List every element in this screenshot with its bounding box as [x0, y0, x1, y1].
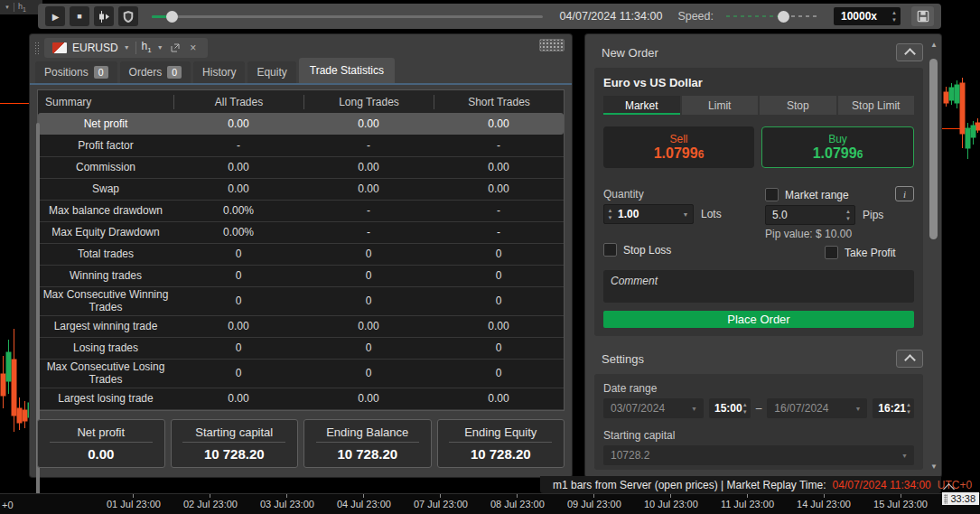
order-type-tab[interactable]: Market — [603, 96, 680, 115]
symbol-tab[interactable]: EURUSD ▼ h1 ▼ × — [44, 38, 208, 58]
table-row[interactable]: Losing trades 0 0 0 — [38, 337, 564, 359]
starting-capital-select[interactable]: 10728.2 ▼ — [603, 445, 914, 465]
panel-tab[interactable]: Positions 0 — [35, 61, 117, 83]
step-forward-bar-button[interactable] — [94, 6, 114, 26]
replay-datetime: 04/07/2024 11:34:00 — [560, 10, 663, 23]
panel-tab[interactable]: History — [193, 61, 245, 83]
info-icon: i — [903, 189, 906, 200]
table-row[interactable]: Winning trades 0 0 0 — [38, 265, 564, 286]
to-time-spinner[interactable]: 16:21 ▲▼ — [873, 398, 914, 418]
row-value-long: 0 — [303, 248, 434, 260]
date-range-row: 03/07/2024 ▼ 15:00 ▲▼ – 16/07/2024 ▼ 16:… — [603, 398, 914, 418]
speed-slider[interactable] — [726, 10, 820, 23]
order-type-tab[interactable]: Limit — [682, 96, 759, 115]
tick-label: 01 Jul 23:00 — [107, 499, 161, 509]
stop-button[interactable]: ■ — [70, 6, 89, 26]
market-range-input[interactable]: 5.0 ▲▼ — [765, 205, 855, 225]
table-row[interactable]: Max Consecutive Winning Trades 0 0 0 — [38, 286, 564, 315]
new-order-card: Euro vs US Dollar Market Limit Stop — [594, 68, 923, 336]
row-label: Total trades — [38, 248, 173, 260]
row-value-long: 0.00 — [303, 320, 434, 332]
order-type-tab[interactable]: Stop — [760, 96, 836, 115]
speed-value-spinner[interactable]: 10000x ▲▼ — [834, 7, 901, 25]
protection-button[interactable] — [118, 6, 138, 26]
bar-countdown-badge: 33:38 — [942, 492, 979, 505]
drag-handle-icon[interactable] — [34, 42, 39, 54]
quantity-stepper[interactable]: ▲▼ 1.00 ▼ — [603, 204, 694, 224]
chevron-down-icon[interactable]: ▼ — [678, 211, 693, 218]
symbol-flag-icon — [52, 42, 67, 53]
table-row[interactable]: Profit factor - - - — [38, 135, 564, 156]
time-axis[interactable]: +0 01 Jul 23:00 02 Jul 23:00 03 Jul 23:0… — [0, 493, 980, 514]
column-header[interactable]: All Trades — [173, 95, 303, 109]
info-button[interactable]: i — [895, 186, 914, 201]
table-row[interactable]: Average trade - - - — [38, 409, 564, 411]
comment-input[interactable] — [603, 270, 914, 303]
spinner-arrows-icon[interactable]: ▲▼ — [906, 402, 911, 416]
table-row[interactable]: Max Consecutive Losing Trades 0 0 0 — [38, 359, 564, 388]
row-value-short: 0 — [434, 294, 564, 307]
scrollbar-thumb[interactable] — [929, 59, 938, 239]
spinner-arrows-icon[interactable]: ▲▼ — [604, 208, 616, 221]
play-button[interactable]: ▶ — [45, 6, 65, 26]
panel-tab[interactable]: Orders 0 — [120, 61, 191, 83]
chevron-down-icon[interactable]: ▼ — [124, 44, 130, 51]
table-row[interactable]: Max balance drawdown 0.00% - - — [38, 200, 564, 221]
from-date-select[interactable]: 03/07/2024 ▼ — [603, 398, 704, 418]
settings-card: Date range 03/07/2024 ▼ 15:00 ▲▼ – 16/07… — [594, 374, 923, 470]
spinner-arrows-icon[interactable]: ▲▼ — [891, 10, 897, 23]
column-header[interactable]: Summary — [38, 96, 173, 108]
table-row[interactable]: Net profit 0.00 0.00 0.00 — [38, 113, 564, 135]
order-panel-window: New Order Euro vs US Dollar Market Limit… — [585, 34, 941, 477]
stop-loss-label: Stop Loss — [623, 244, 671, 257]
row-value-short: 0.00 — [434, 392, 564, 405]
place-order-button[interactable]: Place Order — [603, 311, 914, 328]
panel-tab[interactable]: Trade Statistics — [299, 58, 395, 83]
replay-progress-slider[interactable] — [152, 10, 543, 23]
scroll-up-icon[interactable]: ▲ — [930, 41, 938, 49]
table-row[interactable]: Largest winning trade 0.00 0.00 0.00 — [38, 315, 564, 337]
to-date-select[interactable]: 16/07/2024 ▼ — [767, 398, 867, 418]
table-row[interactable]: Commission 0.00 0.00 0.00 — [38, 156, 564, 178]
order-type-tab[interactable]: Stop Limit — [838, 96, 915, 115]
tick-mark — [901, 494, 901, 498]
sell-button[interactable]: Sell 1.07996 — [603, 126, 754, 168]
spinner-arrows-icon[interactable]: ▲▼ — [742, 402, 748, 416]
chevron-down-icon[interactable]: ▼ — [157, 44, 163, 51]
collapse-button[interactable] — [896, 350, 923, 368]
panel-tab[interactable]: Equity — [247, 61, 295, 83]
tick-mark — [670, 494, 671, 498]
table-row[interactable]: Max Equity Drawdown 0.00% - - — [38, 221, 564, 243]
spinner-arrows-icon[interactable]: ▲▼ — [842, 209, 854, 222]
popout-button[interactable] — [169, 43, 182, 52]
close-button[interactable]: × — [187, 42, 200, 54]
column-header[interactable]: Long Trades — [303, 95, 434, 109]
time-tick: 09 Jul 23:00 — [567, 494, 621, 514]
collapse-button[interactable] — [896, 43, 923, 61]
panel-scrollbar[interactable]: ▲ ▼ — [927, 37, 940, 474]
stop-loss-checkbox[interactable] — [603, 243, 617, 257]
scroll-down-icon[interactable]: ▼ — [930, 463, 938, 471]
tick-label: 09 Jul 23:00 — [567, 499, 621, 509]
panel-tab-bar: Positions 0 Orders 0 History Equity — [30, 58, 572, 83]
take-profit-checkbox[interactable] — [825, 246, 838, 259]
buy-button[interactable]: Buy 1.07996 — [761, 126, 914, 168]
from-time-spinner[interactable]: 15:00 ▲▼ — [709, 398, 751, 418]
speed-track-rest — [784, 15, 820, 17]
timezone-marker: +0 — [2, 500, 14, 510]
row-label: Max balance drawdown — [38, 204, 173, 217]
instrument-name: Euro vs US Dollar — [603, 76, 914, 89]
speed-thumb[interactable] — [778, 11, 789, 23]
table-row[interactable]: Total trades 0 0 0 — [38, 243, 564, 265]
panel-grip-button[interactable] — [539, 39, 565, 51]
progress-thumb[interactable] — [166, 11, 178, 23]
table-row[interactable]: Largest losing trade 0.00 0.00 0.00 — [38, 388, 564, 409]
market-range-checkbox[interactable] — [765, 188, 779, 201]
tick-mark — [824, 494, 825, 498]
market-range-label: Market range — [785, 189, 849, 201]
table-row[interactable]: Swap 0.00 0.00 0.00 — [38, 178, 564, 200]
chevron-down-icon: ▼ — [691, 406, 697, 412]
buy-price: 1.07996 — [813, 145, 863, 162]
save-button[interactable] — [911, 6, 934, 26]
column-header[interactable]: Short Trades — [434, 95, 564, 109]
